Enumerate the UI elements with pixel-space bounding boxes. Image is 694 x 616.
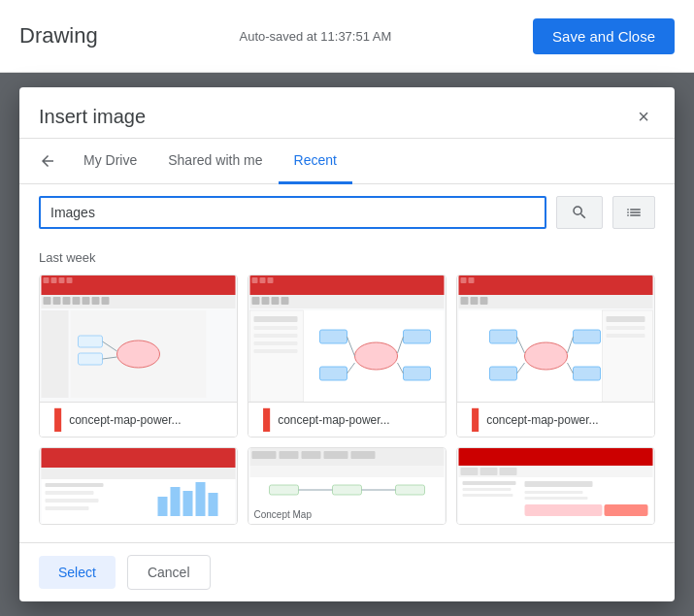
svg-rect-32 <box>254 326 298 330</box>
file-type-icon-2: ▐ <box>256 408 270 431</box>
file-type-icon-1: ▐ <box>48 408 61 431</box>
tab-shared-with-me[interactable]: Shared with me <box>152 139 278 184</box>
svg-rect-46 <box>461 277 467 283</box>
svg-rect-7 <box>53 297 61 305</box>
top-bar: Drawing Auto-saved at 11:37:51 AM Save a… <box>0 0 694 73</box>
file-thumbnail-4 <box>40 448 237 525</box>
back-button[interactable] <box>39 139 68 183</box>
svg-rect-22 <box>260 277 266 283</box>
svg-point-14 <box>117 340 160 368</box>
file-item-4[interactable] <box>39 447 238 525</box>
svg-rect-11 <box>92 297 100 305</box>
svg-rect-35 <box>254 349 298 353</box>
svg-rect-61 <box>574 367 601 380</box>
svg-rect-10 <box>83 297 90 305</box>
svg-rect-3 <box>59 277 65 283</box>
svg-point-57 <box>525 342 568 370</box>
svg-rect-47 <box>469 277 475 283</box>
dialog-footer: Select Cancel <box>19 542 675 601</box>
search-input-wrap[interactable] <box>39 196 546 229</box>
search-button[interactable] <box>556 196 603 229</box>
insert-image-dialog: Insert image × My Drive Shared with me R… <box>19 87 675 601</box>
svg-point-36 <box>355 342 398 370</box>
svg-rect-85 <box>351 451 376 459</box>
svg-rect-53 <box>603 310 653 402</box>
select-button[interactable]: Select <box>39 556 116 589</box>
file-footer-2: ▐ concept-map-power... <box>248 402 446 437</box>
content-area: Last week <box>19 241 675 542</box>
svg-rect-39 <box>404 330 431 343</box>
svg-rect-1 <box>44 277 50 283</box>
svg-rect-81 <box>252 451 277 459</box>
file-item-2[interactable]: ▐ concept-map-power... <box>248 275 446 438</box>
svg-rect-12 <box>102 297 110 305</box>
svg-rect-108 <box>605 504 648 516</box>
svg-rect-105 <box>525 491 583 494</box>
svg-rect-76 <box>183 491 193 516</box>
file-item-6[interactable] <box>456 447 655 525</box>
save-close-button[interactable]: Save and Close <box>533 18 675 54</box>
list-view-button[interactable] <box>612 196 655 229</box>
tab-recent[interactable]: Recent <box>279 139 352 184</box>
svg-rect-88 <box>270 485 299 495</box>
svg-text:Concept Map: Concept Map <box>254 509 313 520</box>
file-thumbnail-1 <box>40 276 237 402</box>
svg-rect-31 <box>254 316 298 322</box>
svg-rect-38 <box>320 367 347 380</box>
close-button[interactable]: × <box>632 105 655 128</box>
dialog-title: Insert image <box>39 106 146 128</box>
svg-rect-20 <box>250 276 445 295</box>
search-icon <box>571 204 588 221</box>
svg-rect-27 <box>272 297 280 305</box>
svg-rect-98 <box>480 468 498 475</box>
svg-rect-54 <box>607 316 645 322</box>
file-thumbnail-5: Concept Map <box>248 448 446 525</box>
autosave-text: Auto-saved at 11:37:51 AM <box>98 29 533 44</box>
tab-my-drive[interactable]: My Drive <box>68 139 152 184</box>
svg-rect-83 <box>302 451 321 459</box>
back-arrow-icon <box>39 152 56 170</box>
file-item-3[interactable]: ▐ concept-map-power... <box>456 275 655 438</box>
svg-rect-33 <box>254 334 298 338</box>
svg-rect-90 <box>396 485 425 495</box>
svg-rect-59 <box>490 367 517 380</box>
svg-rect-9 <box>73 297 81 305</box>
svg-rect-78 <box>209 493 218 516</box>
svg-rect-60 <box>574 330 601 343</box>
dialog-backdrop: Insert image × My Drive Shared with me R… <box>0 73 694 616</box>
svg-rect-74 <box>158 497 168 516</box>
file-name-3: concept-map-power... <box>486 413 598 427</box>
svg-rect-99 <box>500 468 517 475</box>
file-type-icon-3: ▐ <box>465 408 479 431</box>
svg-rect-106 <box>525 497 588 500</box>
file-thumbnail-3 <box>457 276 654 402</box>
file-thumbnail-6 <box>457 448 654 525</box>
svg-rect-15 <box>79 336 103 347</box>
svg-rect-19 <box>42 310 69 398</box>
file-footer-1: ▐ concept-map-power... <box>40 402 237 437</box>
file-name-1: concept-map-power... <box>69 413 181 427</box>
svg-rect-71 <box>46 491 94 495</box>
cancel-button[interactable]: Cancel <box>127 555 211 590</box>
list-view-icon <box>625 204 643 221</box>
svg-rect-8 <box>63 297 71 305</box>
search-input[interactable] <box>41 198 545 227</box>
svg-rect-21 <box>252 277 258 283</box>
svg-rect-107 <box>525 504 603 516</box>
svg-rect-58 <box>490 330 517 343</box>
svg-rect-77 <box>196 482 206 516</box>
file-item-5[interactable]: Concept Map <box>248 447 446 525</box>
app-title: Drawing <box>19 23 98 49</box>
svg-rect-75 <box>171 487 181 516</box>
file-name-2: concept-map-power... <box>278 413 389 427</box>
file-item-1[interactable]: ▐ concept-map-power... <box>39 275 238 438</box>
svg-rect-23 <box>268 277 274 283</box>
svg-rect-28 <box>281 297 289 305</box>
file-grid-row2: Concept Map <box>39 447 655 525</box>
svg-rect-2 <box>51 277 57 283</box>
svg-rect-84 <box>324 451 348 459</box>
svg-rect-103 <box>463 494 513 497</box>
section-label: Last week <box>39 244 655 275</box>
svg-rect-70 <box>46 483 104 487</box>
file-thumbnail-2 <box>248 276 446 402</box>
